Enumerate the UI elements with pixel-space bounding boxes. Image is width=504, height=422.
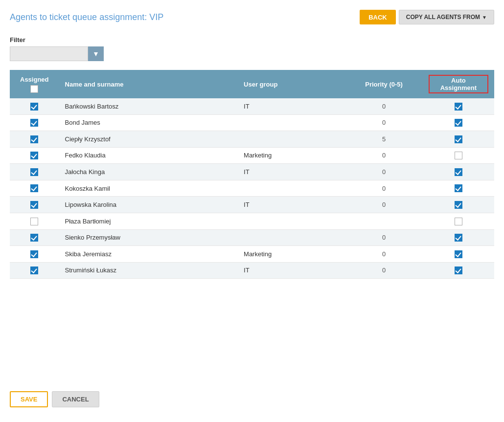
priority-cell: 0 [345,262,422,279]
name-cell: Fedko Klaudia [59,147,238,164]
name-cell: Strumiński Łukasz [59,262,238,279]
usergroup-cell: Marketing [238,246,345,263]
assigned-checkbox[interactable] [30,184,38,192]
usergroup-cell: IT [238,164,345,180]
name-cell: Bond James [59,114,238,131]
table-row: Bańkowski BartoszIT0 [10,98,494,114]
assigned-cell [10,213,59,229]
priority-cell [345,213,422,229]
usergroup-cell: IT [238,262,345,279]
footer-buttons: SAVE CANCEL [10,391,99,407]
save-button[interactable]: SAVE [10,391,48,407]
title-suffix: : VIP [144,12,163,22]
usergroup-cell: IT [238,98,345,114]
assigned-checkbox[interactable] [30,234,38,242]
copy-all-agents-button[interactable]: COPY ALL AGENTS FROM ▼ [399,10,494,24]
usergroup-cell [238,229,345,246]
col-header-assigned: Assigned [10,70,59,98]
usergroup-cell [238,213,345,229]
auto-assignment-checkbox[interactable] [455,218,462,225]
auto-assignment-checkbox[interactable] [455,152,462,159]
auto-assignment-checkbox[interactable] [455,119,462,127]
name-cell: Bańkowski Bartosz [59,98,238,114]
col-header-usergroup: User group [238,70,345,98]
priority-cell: 0 [345,246,422,263]
auto-assignment-checkbox[interactable] [455,184,462,192]
assigned-checkbox[interactable] [30,218,38,225]
filter-input[interactable] [10,46,88,61]
assigned-cell [10,164,59,180]
assigned-cell [10,147,59,164]
priority-cell: 0 [345,229,422,246]
usergroup-cell: IT [238,197,345,213]
priority-cell: 0 [345,180,422,197]
auto-assignment-header-label: Auto Assignment [429,75,488,93]
name-cell: Skiba Jeremiasz [59,246,238,263]
priority-cell: 0 [345,147,422,164]
title-prefix: Agents to ticket [10,12,72,22]
auto-assignment-cell [423,114,494,131]
table-row: Ciepły Krzysztof5 [10,131,494,148]
auto-assignment-cell [423,213,494,229]
col-header-name: Name and surname [59,70,238,98]
header-buttons: BACK COPY ALL AGENTS FROM ▼ [360,10,494,24]
auto-assignment-cell [423,180,494,197]
col-header-auto: Auto Assignment [423,70,494,98]
auto-assignment-cell [423,98,494,114]
table-row: Bond James0 [10,114,494,131]
table-row: Kokoszka Kamil0 [10,180,494,197]
auto-assignment-checkbox[interactable] [455,135,462,143]
table-row: Lipowska KarolinaIT0 [10,197,494,213]
assigned-checkbox[interactable] [30,103,38,111]
table-row: Płaza Bartłomiej [10,213,494,229]
auto-assignment-cell [423,197,494,213]
assigned-cell [10,262,59,279]
assigned-checkbox[interactable] [30,267,38,274]
page-title: Agents to ticket queue assignment: VIP [10,12,163,22]
auto-assignment-cell [423,246,494,263]
auto-assignment-checkbox[interactable] [455,201,462,209]
back-button[interactable]: BACK [360,10,396,24]
auto-assignment-checkbox[interactable] [455,234,462,242]
auto-assignment-checkbox[interactable] [455,250,462,258]
auto-assignment-checkbox[interactable] [455,267,462,274]
priority-cell: 0 [345,164,422,180]
assigned-cell [10,98,59,114]
assigned-checkbox[interactable] [30,119,38,127]
assigned-cell [10,246,59,263]
filter-section: Filter ▼ [10,36,494,61]
title-highlight: queue assignment [72,12,144,22]
auto-assignment-cell [423,229,494,246]
priority-cell: 0 [345,197,422,213]
assigned-checkbox[interactable] [30,201,38,209]
priority-cell: 5 [345,131,422,148]
table-row: Strumiński ŁukaszIT0 [10,262,494,279]
page-header: Agents to ticket queue assignment: VIP B… [10,10,494,24]
filter-label: Filter [10,36,494,44]
assigned-checkbox[interactable] [30,135,38,143]
usergroup-cell: Marketing [238,147,345,164]
assigned-checkbox[interactable] [30,152,38,159]
auto-assignment-cell [423,262,494,279]
name-cell: Kokoszka Kamil [59,180,238,197]
filter-row: ▼ [10,46,494,61]
name-cell: Ciepły Krzysztof [59,131,238,148]
cancel-button[interactable]: CANCEL [52,391,99,407]
usergroup-cell [238,180,345,197]
auto-assignment-checkbox[interactable] [455,103,462,111]
auto-assignment-cell [423,164,494,180]
assigned-checkbox[interactable] [30,250,38,258]
assigned-cell [10,114,59,131]
assigned-checkbox[interactable] [30,168,38,176]
auto-assignment-checkbox[interactable] [455,168,462,176]
assigned-cell [10,229,59,246]
select-all-checkbox[interactable] [30,85,38,93]
filter-icon: ▼ [92,50,99,58]
priority-cell: 0 [345,114,422,131]
table-body: Bańkowski BartoszIT0Bond James0Ciepły Kr… [10,98,494,279]
table-header-row: Assigned Name and surname User group Pri… [10,70,494,98]
table-row: Fedko KlaudiaMarketing0 [10,147,494,164]
priority-cell: 0 [345,98,422,114]
auto-assignment-cell [423,131,494,148]
filter-button[interactable]: ▼ [88,46,104,61]
